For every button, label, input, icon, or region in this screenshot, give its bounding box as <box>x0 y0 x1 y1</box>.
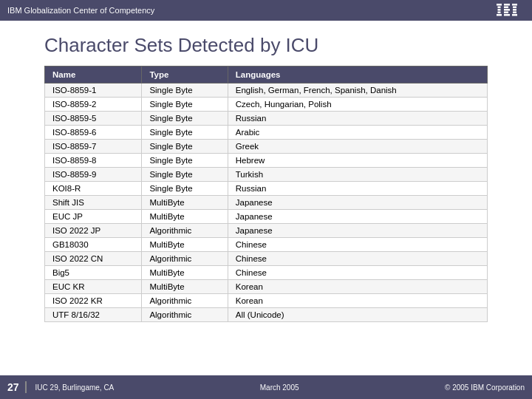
cell-3-1: Single Byte <box>142 126 228 140</box>
cell-5-0: ISO-8859-8 <box>45 154 142 168</box>
svg-rect-1 <box>498 7 501 9</box>
svg-rect-11 <box>513 7 516 9</box>
cell-6-0: ISO-8859-9 <box>45 168 142 182</box>
footer-left: 27 IUC 29, Burlingame, CA <box>7 381 114 393</box>
ibm-logo <box>497 4 525 17</box>
table-row: ISO-8859-7Single ByteGreek <box>45 140 488 154</box>
svg-rect-10 <box>512 4 517 6</box>
cell-6-1: Single Byte <box>142 168 228 182</box>
cell-4-0: ISO-8859-7 <box>45 140 142 154</box>
table-row: Big5MultiByteChinese <box>45 266 488 280</box>
table-row: ISO-8859-1Single ByteEnglish, German, Fr… <box>45 83 488 98</box>
cell-16-0: UTF 8/16/32 <box>45 308 142 322</box>
table-row: UTF 8/16/32AlgorithmicAll (Unicode) <box>45 308 488 322</box>
cell-10-0: ISO 2022 JP <box>45 224 142 238</box>
table-row: ISO-8859-9Single ByteTurkish <box>45 168 488 182</box>
table-row: ISO 2022 KRAlgorithmicKorean <box>45 294 488 308</box>
svg-rect-4 <box>497 14 502 16</box>
cell-3-2: Arabic <box>228 126 487 140</box>
cell-2-1: Single Byte <box>142 112 228 126</box>
page-number: 27 <box>7 381 27 393</box>
cell-9-0: EUC JP <box>45 210 142 224</box>
svg-rect-7 <box>504 9 510 11</box>
cell-0-2: English, German, French, Spanish, Danish <box>228 83 487 98</box>
cell-2-0: ISO-8859-5 <box>45 112 142 126</box>
footer-copyright: © 2005 IBM Corporation <box>445 383 525 392</box>
cell-7-0: KOI8-R <box>45 182 142 196</box>
cell-2-2: Russian <box>228 112 487 126</box>
cell-13-0: Big5 <box>45 266 142 280</box>
page-title: Character Sets Detected by ICU <box>0 21 532 66</box>
cell-8-2: Japanese <box>228 196 487 210</box>
header-bar: IBM Globalization Center of Competency <box>0 0 532 21</box>
svg-rect-14 <box>512 14 517 16</box>
svg-rect-9 <box>504 14 510 16</box>
cell-16-1: Algorithmic <box>142 308 228 322</box>
svg-rect-5 <box>504 4 510 6</box>
cell-6-2: Turkish <box>228 168 487 182</box>
svg-rect-8 <box>504 12 508 14</box>
cell-12-2: Chinese <box>228 252 487 266</box>
table-row: ISO-8859-6Single ByteArabic <box>45 126 488 140</box>
cell-4-2: Greek <box>228 140 487 154</box>
cell-8-1: MultiByte <box>142 196 228 210</box>
cell-13-1: MultiByte <box>142 266 228 280</box>
cell-0-0: ISO-8859-1 <box>45 83 142 98</box>
character-sets-table: Name Type Languages ISO-8859-1Single Byt… <box>44 66 488 322</box>
cell-11-1: MultiByte <box>142 238 228 252</box>
table-row: ISO 2022 CNAlgorithmicChinese <box>45 252 488 266</box>
cell-15-0: ISO 2022 KR <box>45 294 142 308</box>
cell-7-2: Russian <box>228 182 487 196</box>
cell-12-0: ISO 2022 CN <box>45 252 142 266</box>
cell-5-1: Single Byte <box>142 154 228 168</box>
cell-9-2: Japanese <box>228 210 487 224</box>
cell-13-2: Chinese <box>228 266 487 280</box>
footer-date: March 2005 <box>260 383 299 392</box>
col-name: Name <box>45 66 142 83</box>
svg-rect-3 <box>498 12 501 14</box>
svg-rect-12 <box>513 9 516 11</box>
cell-10-2: Japanese <box>228 224 487 238</box>
col-languages: Languages <box>228 66 487 83</box>
cell-9-1: MultiByte <box>142 210 228 224</box>
cell-10-1: Algorithmic <box>142 224 228 238</box>
svg-rect-2 <box>498 9 501 11</box>
table-header-row: Name Type Languages <box>45 66 488 83</box>
footer-location: IUC 29, Burlingame, CA <box>35 383 115 392</box>
cell-12-1: Algorithmic <box>142 252 228 266</box>
table-row: GB18030MultiByteChinese <box>45 238 488 252</box>
cell-8-0: Shift JIS <box>45 196 142 210</box>
header-title: IBM Globalization Center of Competency <box>7 6 154 15</box>
table-container: Name Type Languages ISO-8859-1Single Byt… <box>0 66 532 322</box>
cell-5-2: Hebrew <box>228 154 487 168</box>
table-row: ISO-8859-5Single ByteRussian <box>45 112 488 126</box>
cell-15-2: Korean <box>228 294 487 308</box>
cell-4-1: Single Byte <box>142 140 228 154</box>
cell-14-1: MultiByte <box>142 280 228 294</box>
table-row: EUC KRMultiByteKorean <box>45 280 488 294</box>
cell-1-2: Czech, Hungarian, Polish <box>228 98 487 112</box>
table-row: Shift JISMultiByteJapanese <box>45 196 488 210</box>
cell-3-0: ISO-8859-6 <box>45 126 142 140</box>
cell-16-2: All (Unicode) <box>228 308 487 322</box>
table-row: ISO-8859-2Single ByteCzech, Hungarian, P… <box>45 98 488 112</box>
cell-1-0: ISO-8859-2 <box>45 98 142 112</box>
cell-7-1: Single Byte <box>142 182 228 196</box>
table-row: ISO-8859-8Single ByteHebrew <box>45 154 488 168</box>
svg-rect-0 <box>497 4 502 6</box>
footer-bar: 27 IUC 29, Burlingame, CA March 2005 © 2… <box>0 375 532 399</box>
svg-rect-13 <box>513 12 516 14</box>
cell-14-0: EUC KR <box>45 280 142 294</box>
cell-1-1: Single Byte <box>142 98 228 112</box>
svg-rect-6 <box>504 7 508 9</box>
table-row: KOI8-RSingle ByteRussian <box>45 182 488 196</box>
cell-15-1: Algorithmic <box>142 294 228 308</box>
table-row: ISO 2022 JPAlgorithmicJapanese <box>45 224 488 238</box>
cell-11-0: GB18030 <box>45 238 142 252</box>
col-type: Type <box>142 66 228 83</box>
cell-14-2: Korean <box>228 280 487 294</box>
cell-0-1: Single Byte <box>142 83 228 98</box>
cell-11-2: Chinese <box>228 238 487 252</box>
table-row: EUC JPMultiByteJapanese <box>45 210 488 224</box>
